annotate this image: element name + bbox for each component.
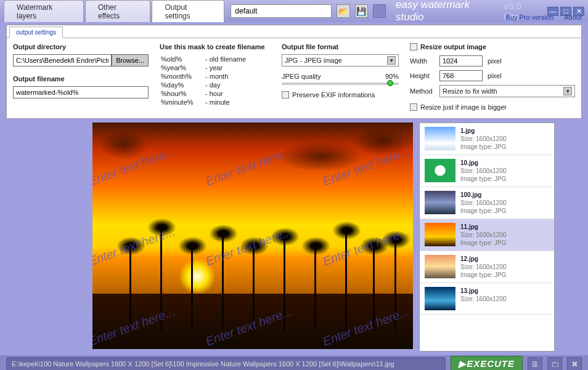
tab-output-settings[interactable]: Output settings [152, 0, 224, 22]
jpeg-quality-slider[interactable] [282, 82, 399, 85]
preview-image[interactable]: Enter text here... Enter text here... En… [92, 123, 413, 349]
width-unit: pixel [488, 57, 502, 65]
resize-output-label: Resize output image [420, 43, 486, 50]
app-title: easy watermark studio [396, 0, 497, 23]
thumb-item[interactable]: 100.jpg Size: 1600x1200 Image type: JPG [420, 187, 554, 219]
thumbnail-image [425, 223, 455, 246]
thumb-filename: 11.jpg [460, 223, 507, 231]
output-filename-input[interactable] [13, 86, 149, 99]
add-images-icon[interactable]: 🗎 [528, 357, 542, 370]
resize-output-checkbox[interactable] [410, 43, 417, 50]
thumbnail-list[interactable]: 1.jpg Size: 1600x1200 Image type: JPG 10… [419, 123, 555, 352]
thumb-size: Size: 1600x1200 [460, 231, 507, 239]
output-directory-input[interactable] [13, 54, 112, 66]
thumb-filename: 1.jpg [460, 127, 507, 135]
height-label: Height [410, 72, 435, 79]
resize-if-bigger-checkbox[interactable] [410, 103, 417, 111]
buy-pro-link[interactable]: Buy Pro version [506, 14, 554, 21]
current-path: E:\kepek\100 Nature Wallpapers 1600 X 12… [6, 357, 446, 370]
thumb-filename: 100.jpg [460, 191, 507, 199]
browse-button[interactable]: Browse... [112, 54, 149, 66]
thumb-type: Image type: JPG [460, 143, 507, 151]
thumb-size: Size: 1600x1200 [460, 199, 507, 207]
thumbnail-image [425, 255, 455, 278]
preserve-exif-label: Preserve EXIF informations [292, 91, 375, 99]
clear-list-icon[interactable]: ✖ [567, 357, 582, 370]
width-input[interactable] [439, 55, 483, 66]
add-folder-icon[interactable]: 🗀 [547, 357, 562, 370]
jpeg-quality-value: 90% [385, 73, 399, 80]
thumb-item[interactable]: 10.jpg Size: 1600x1200 Image type: JPG [420, 155, 554, 187]
resize-method-select[interactable]: Resize to fix width▾ [439, 85, 575, 97]
statusbar: E:\kepek\100 Nature Wallpapers 1600 X 12… [0, 355, 588, 370]
resize-if-bigger-label: Resize just if image is bigger [420, 103, 507, 111]
chevron-down-icon: ▾ [387, 56, 396, 65]
thumb-size: Size: 1600x1200 [460, 167, 507, 175]
thumb-filename: 10.jpg [460, 159, 507, 167]
chevron-down-icon: ▾ [563, 87, 572, 95]
thumb-size: Size: 1600x1200 [460, 295, 507, 303]
thumb-type: Image type: JPG [460, 239, 507, 247]
height-unit: pixel [488, 72, 502, 79]
thumbnail-image [425, 159, 455, 182]
output-format-select[interactable]: JPG - JPEG image▾ [282, 54, 399, 66]
preserve-exif-checkbox[interactable] [282, 91, 289, 99]
output-format-label: Output file format [282, 43, 399, 50]
thumb-type: Image type: JPG [460, 175, 507, 183]
thumb-filename: 12.jpg [460, 255, 507, 263]
preset-input[interactable] [231, 4, 332, 18]
preview-area: Enter text here... Enter text here... En… [92, 123, 413, 352]
mask-label: Use this mask to create filename [160, 43, 271, 50]
execute-button[interactable]: ▶EXECUTE [451, 356, 523, 370]
thumb-item[interactable]: 11.jpg Size: 1600x1200 Image type: JPG [420, 219, 554, 251]
thumb-type: Image type: JPG [460, 207, 507, 215]
about-link[interactable]: About [564, 14, 582, 21]
height-input[interactable] [439, 70, 483, 81]
toolbar-square-icon[interactable] [373, 4, 386, 18]
thumb-size: Size: 1600x1200 [460, 135, 507, 143]
width-label: Width [410, 57, 435, 65]
thumb-item[interactable]: 1.jpg Size: 1600x1200 Image type: JPG [420, 123, 554, 155]
method-label: Method [410, 87, 435, 95]
output-directory-label: Output directory [13, 43, 149, 50]
thumb-type: Image type: JPG [460, 271, 507, 279]
save-preset-icon[interactable]: 💾 [355, 4, 368, 18]
thumbnail-image [425, 287, 455, 310]
thumb-filename: 13.jpg [460, 287, 507, 295]
thumb-item[interactable]: 12.jpg Size: 1600x1200 Image type: JPG [420, 251, 554, 283]
jpeg-quality-label: JPEG quality [282, 73, 321, 80]
tab-watermark-layers[interactable]: Watermark layers [4, 0, 84, 22]
subtab-output-settings[interactable]: output settings [9, 26, 63, 38]
tab-other-effects[interactable]: Other effects [85, 0, 150, 22]
thumbnail-image [425, 127, 455, 150]
thumb-size: Size: 1600x1200 [460, 263, 507, 271]
mask-table: %old%- old filename %year%- year %month%… [160, 54, 247, 107]
output-filename-label: Output filename [13, 75, 149, 82]
settings-panel: output settings Output directory Browse.… [6, 25, 582, 119]
thumb-item[interactable]: 13.jpg Size: 1600x1200 [420, 283, 554, 315]
open-preset-icon[interactable]: 📂 [337, 4, 349, 18]
thumbnail-image [425, 191, 455, 214]
